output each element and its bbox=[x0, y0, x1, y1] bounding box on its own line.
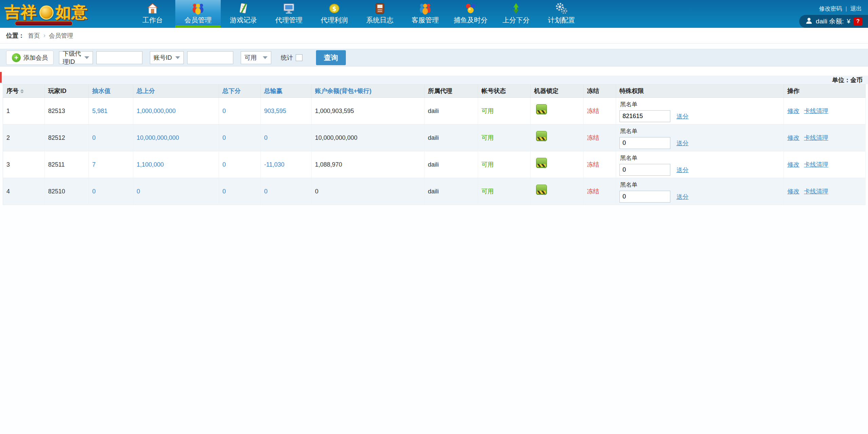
edit-link[interactable]: 修改 bbox=[787, 188, 800, 195]
add-member-label: 添加会员 bbox=[23, 54, 48, 62]
freeze-link[interactable]: 冻结 bbox=[584, 178, 616, 205]
cell-total-up[interactable]: 0 bbox=[133, 178, 219, 205]
send-points-link[interactable]: 送分 bbox=[676, 166, 689, 174]
cell-actions: 修改 卡线清理 bbox=[784, 125, 866, 151]
unit-label: 单位：金币 bbox=[0, 76, 868, 84]
search-button[interactable]: 查询 bbox=[316, 50, 346, 65]
nav-tab-label: 系统日志 bbox=[366, 16, 393, 25]
links-divider: | bbox=[846, 5, 847, 12]
agent-id-select-value: 下级代理ID bbox=[63, 50, 82, 66]
logout-link[interactable]: 退出 bbox=[850, 5, 862, 13]
account-id-select[interactable]: 账号ID bbox=[150, 51, 184, 64]
nav-tab-fishing-points[interactable]: 捕鱼及时分 bbox=[448, 0, 493, 28]
change-password-link[interactable]: 修改密码 bbox=[819, 5, 842, 13]
monitor-icon bbox=[282, 1, 296, 16]
breadcrumb-separator: › bbox=[43, 32, 45, 39]
cell-rake[interactable]: 0 bbox=[89, 125, 133, 151]
nav-tab-label: 工作台 bbox=[142, 16, 163, 25]
cell-actions: 修改 卡线清理 bbox=[784, 98, 866, 125]
fishing-balls-icon bbox=[464, 1, 477, 16]
nav-tab-system-log[interactable]: 系统日志 bbox=[357, 0, 402, 28]
send-points-link[interactable]: 送分 bbox=[676, 193, 689, 201]
blacklist-input[interactable] bbox=[619, 110, 670, 122]
blacklist-label: 黑名单 bbox=[620, 181, 780, 189]
nav-tab-agent-profit[interactable]: $ 代理利润 bbox=[312, 0, 357, 28]
edit-link[interactable]: 修改 bbox=[787, 161, 800, 168]
add-member-button[interactable]: + 添加会员 bbox=[6, 51, 54, 65]
balance-unknown-badge: ? bbox=[853, 18, 863, 25]
nav-tab-label: 代理利润 bbox=[321, 16, 348, 25]
cell-total-down[interactable]: 0 bbox=[219, 151, 261, 178]
cell-total-winloss[interactable]: 0 bbox=[261, 178, 312, 205]
cell-total-winloss[interactable]: 0 bbox=[261, 125, 312, 151]
nav-tab-plan-config[interactable]: 计划配置 bbox=[539, 0, 584, 28]
blacklist-input[interactable] bbox=[619, 191, 670, 203]
send-points-link[interactable]: 送分 bbox=[676, 112, 689, 120]
cell-total-winloss[interactable]: -11,030 bbox=[261, 151, 312, 178]
cell-rake[interactable]: 5,981 bbox=[89, 98, 133, 125]
breadcrumb-home-link[interactable]: 首页 bbox=[28, 32, 40, 40]
header-total-down[interactable]: 总下分 bbox=[219, 84, 261, 98]
cell-index: 1 bbox=[3, 98, 45, 125]
send-points-link[interactable]: 送分 bbox=[676, 139, 689, 147]
nav-tab-game-records[interactable]: 游戏记录 bbox=[221, 0, 266, 28]
table-row: 3 82511 7 1,100,000 0 -11,030 1,088,970 … bbox=[3, 151, 866, 178]
cell-total-down[interactable]: 0 bbox=[219, 98, 261, 125]
cell-agent: daili bbox=[425, 98, 478, 125]
cell-balance: 0 bbox=[312, 178, 425, 205]
clear-line-link[interactable]: 卡线清理 bbox=[804, 134, 828, 141]
cell-rake[interactable]: 7 bbox=[89, 151, 133, 178]
header-rake[interactable]: 抽水值 bbox=[89, 84, 133, 98]
nav-tab-label: 会员管理 bbox=[184, 16, 212, 25]
notice-strip bbox=[0, 67, 868, 76]
clear-line-link[interactable]: 卡线清理 bbox=[804, 188, 828, 195]
freeze-link[interactable]: 冻结 bbox=[584, 151, 616, 178]
nav-tab-label: 计划配置 bbox=[548, 16, 575, 25]
cell-total-down[interactable]: 0 bbox=[219, 125, 261, 151]
edit-link[interactable]: 修改 bbox=[787, 134, 800, 141]
cell-rake[interactable]: 0 bbox=[89, 178, 133, 205]
cell-total-winloss[interactable]: 903,595 bbox=[261, 98, 312, 125]
clear-line-link[interactable]: 卡线清理 bbox=[804, 161, 828, 168]
blacklist-input[interactable] bbox=[619, 137, 670, 149]
blacklist-input[interactable] bbox=[619, 164, 670, 176]
logo-banner bbox=[15, 21, 73, 26]
edit-link[interactable]: 修改 bbox=[787, 108, 800, 114]
header-index[interactable]: 序号 bbox=[3, 84, 45, 98]
nav-tab-member-management[interactable]: 会员管理 bbox=[175, 0, 221, 28]
table-row: 1 82513 5,981 1,000,000,000 0 903,595 1,… bbox=[3, 98, 866, 125]
cell-balance: 1,000,903,595 bbox=[312, 98, 425, 125]
agent-id-select[interactable]: 下级代理ID bbox=[59, 51, 93, 64]
stats-checkbox[interactable] bbox=[296, 54, 302, 61]
nav-tab-customer-service[interactable]: 客服管理 bbox=[402, 0, 448, 28]
cell-machine-lock bbox=[531, 125, 584, 151]
agent-id-input[interactable] bbox=[96, 51, 142, 64]
clear-line-link[interactable]: 卡线清理 bbox=[804, 108, 828, 114]
up-down-arrows-icon bbox=[509, 1, 523, 16]
freeze-link[interactable]: 冻结 bbox=[584, 98, 616, 125]
cell-total-down[interactable]: 0 bbox=[219, 178, 261, 205]
header-actions: 操作 bbox=[784, 84, 866, 98]
cell-balance: 1,088,970 bbox=[312, 151, 425, 178]
cell-actions: 修改 卡线清理 bbox=[784, 151, 866, 178]
nav-tab-workbench[interactable]: 工作台 bbox=[130, 0, 175, 28]
account-id-input[interactable] bbox=[187, 51, 233, 64]
status-select[interactable]: 可用 bbox=[241, 51, 271, 64]
cell-agent: daili bbox=[425, 151, 478, 178]
member-table: 序号 玩家ID 抽水值 总上分 总下分 总输赢 账户余额(背包+银行) 所属代理… bbox=[3, 84, 866, 205]
header-total-winloss[interactable]: 总输赢 bbox=[261, 84, 312, 98]
cell-total-up[interactable]: 10,000,000,000 bbox=[133, 125, 219, 151]
header-total-up[interactable]: 总上分 bbox=[133, 84, 219, 98]
cell-total-up[interactable]: 1,100,000 bbox=[133, 151, 219, 178]
user-balance-pill[interactable]: daili 余额: ¥ ? bbox=[799, 15, 868, 28]
freeze-link[interactable]: 冻结 bbox=[584, 125, 616, 151]
chevron-down-icon bbox=[84, 56, 89, 59]
cell-player-id: 82511 bbox=[45, 151, 89, 178]
filter-bar: + 添加会员 下级代理ID 账号ID 可用 统计 查询 bbox=[0, 49, 868, 67]
header-balance[interactable]: 账户余额(背包+银行) bbox=[312, 84, 425, 98]
nav-tab-points-up-down[interactable]: 上分下分 bbox=[493, 0, 539, 28]
cell-total-up[interactable]: 1,000,000,000 bbox=[133, 98, 219, 125]
plus-icon: + bbox=[12, 53, 21, 62]
table-row: 2 82512 0 10,000,000,000 0 0 10,000,000,… bbox=[3, 125, 866, 151]
nav-tab-agent-management[interactable]: 代理管理 bbox=[266, 0, 312, 28]
